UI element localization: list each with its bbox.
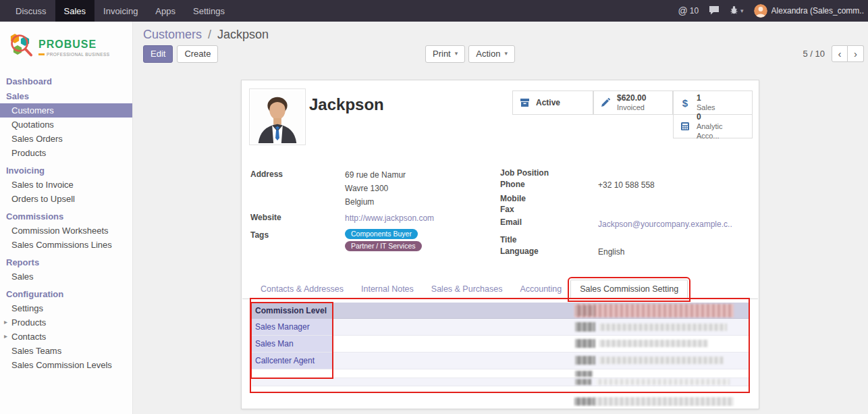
debug-menu-button[interactable]: ▾ bbox=[730, 5, 744, 16]
sidebar-item-label: Products bbox=[11, 317, 46, 328]
tab-sales-purchases[interactable]: Sales & Purchases bbox=[423, 280, 512, 299]
logo-title: PROBUSE bbox=[38, 38, 109, 51]
commission-table: Commission Level Sales Manager Sales Man… bbox=[252, 303, 749, 386]
sidebar-item-config-products[interactable]: ▸ Products bbox=[0, 315, 132, 330]
user-name: Alexandra (Sales_comm.. bbox=[771, 6, 864, 16]
menu-sales[interactable]: Sales bbox=[55, 0, 95, 22]
app-logo[interactable]: PROBUSE PROFESSIONAL BUSINESS bbox=[0, 22, 132, 71]
print-button[interactable]: Print ▾ bbox=[425, 45, 465, 63]
pager-prev-button[interactable]: ‹ bbox=[832, 45, 848, 62]
topbar: Discuss Sales Invoicing Apps Settings @ … bbox=[0, 0, 868, 22]
sidebar-heading-configuration[interactable]: Configuration bbox=[0, 286, 132, 301]
sidebar-item-sales-to-invoice[interactable]: Sales to Invoice bbox=[0, 178, 132, 192]
sidebar-heading-sales[interactable]: Sales bbox=[0, 88, 132, 103]
breadcrumb: Customers / Jackpson bbox=[143, 28, 269, 42]
sidebar-heading-commissions[interactable]: Commissions bbox=[0, 209, 132, 224]
commission-level-cell: Sales Man bbox=[252, 336, 333, 352]
tag-badge-partner-it-services: Partner / IT Services bbox=[345, 241, 422, 251]
record-avatar bbox=[249, 88, 306, 145]
messages-button[interactable] bbox=[709, 5, 720, 17]
address-line-3: Belgium bbox=[345, 197, 374, 207]
action-label: Action bbox=[476, 49, 500, 59]
probuse-logo-icon bbox=[7, 32, 35, 63]
tab-sales-commission-setting[interactable]: Sales Commission Setting bbox=[570, 280, 688, 299]
stat-value: 1 bbox=[697, 93, 715, 103]
print-label: Print bbox=[433, 49, 451, 59]
notebook-tabs: Contacts & Addresses Internal Notes Sale… bbox=[242, 279, 758, 299]
edit-button[interactable]: Edit bbox=[143, 45, 173, 63]
sidebar-item-sales-commissions-lines[interactable]: Sales Commissions Lines bbox=[0, 238, 132, 252]
stat-label: Sales bbox=[697, 103, 715, 113]
menu-invoicing[interactable]: Invoicing bbox=[94, 0, 146, 22]
stat-value: Active bbox=[536, 98, 560, 108]
caret-down-icon: ▾ bbox=[504, 50, 508, 57]
tab-internal-notes[interactable]: Internal Notes bbox=[352, 280, 423, 299]
logo-tick bbox=[38, 53, 45, 55]
action-button[interactable]: Action ▾ bbox=[468, 45, 515, 63]
sidebar-item-products[interactable]: Products bbox=[0, 146, 132, 160]
tag-badge-components-buyer: Components Buyer bbox=[345, 229, 418, 239]
create-button[interactable]: Create bbox=[177, 45, 218, 63]
field-label-title: Title bbox=[500, 235, 516, 244]
sidebar-item-sales-orders[interactable]: Sales Orders bbox=[0, 132, 132, 146]
menu-apps[interactable]: Apps bbox=[146, 0, 184, 22]
breadcrumb-current: Jackpson bbox=[217, 28, 269, 41]
redacted-region bbox=[599, 324, 727, 331]
column-header-commission-level: Commission Level bbox=[252, 303, 333, 318]
bug-icon bbox=[730, 5, 738, 16]
sidebar-item-settings[interactable]: Settings bbox=[0, 301, 132, 315]
pager-next-button[interactable]: › bbox=[848, 45, 864, 62]
menu-discuss[interactable]: Discuss bbox=[7, 0, 55, 22]
stat-value: $620.00 bbox=[617, 93, 646, 103]
user-avatar bbox=[754, 4, 767, 18]
menu-settings[interactable]: Settings bbox=[184, 0, 234, 22]
archive-icon bbox=[518, 98, 531, 107]
redacted-region bbox=[596, 379, 730, 385]
sidebar-item-config-contacts[interactable]: ▸ Contacts bbox=[0, 330, 132, 344]
mention-count: 10 bbox=[690, 6, 699, 16]
user-menu[interactable]: Alexandra (Sales_comm.. bbox=[754, 4, 864, 18]
stat-value: 0 bbox=[697, 112, 747, 122]
sidebar-item-reports-sales[interactable]: Sales bbox=[0, 269, 132, 284]
caret-down-icon: ▾ bbox=[740, 7, 744, 14]
email-link[interactable]: Jackpson@yourcompany.example.c.. bbox=[598, 219, 732, 229]
field-label-mobile: Mobile bbox=[500, 194, 526, 203]
ledger-icon bbox=[679, 122, 691, 131]
sidebar-item-orders-to-upsell[interactable]: Orders to Upsell bbox=[0, 192, 132, 206]
sidebar-heading-reports[interactable]: Reports bbox=[0, 255, 132, 269]
breadcrumb-customers[interactable]: Customers bbox=[143, 28, 202, 41]
page-title: Jackpson bbox=[309, 95, 384, 114]
stat-button-analytic-accounts[interactable]: 0 Analytic Acco... bbox=[673, 114, 753, 138]
tab-contacts-addresses[interactable]: Contacts & Addresses bbox=[252, 280, 352, 299]
sidebar-item-commission-worksheets[interactable]: Commission Worksheets bbox=[0, 224, 132, 238]
field-label-fax: Fax bbox=[500, 205, 514, 214]
redacted-region bbox=[575, 339, 595, 348]
stat-label: Invoiced bbox=[617, 103, 646, 113]
sidebar-item-customers[interactable]: Customers bbox=[0, 103, 132, 118]
sidebar-item-label: Contacts bbox=[11, 332, 46, 342]
sidebar-item-sales-commission-levels[interactable]: Sales Commission Levels bbox=[0, 358, 132, 372]
sidebar-item-quotations[interactable]: Quotations bbox=[0, 118, 132, 132]
mentions-button[interactable]: @ 10 bbox=[678, 5, 699, 16]
tab-accounting[interactable]: Accounting bbox=[511, 280, 570, 299]
field-label-phone: Phone bbox=[500, 180, 525, 189]
stat-button-sales[interactable]: $ 1 Sales bbox=[673, 90, 753, 115]
stat-button-active[interactable]: Active bbox=[512, 90, 593, 115]
redacted-region bbox=[574, 397, 734, 406]
chevron-right-icon: ▸ bbox=[4, 332, 7, 340]
topbar-systray: @ 10 ▾ bbox=[678, 0, 868, 22]
chat-icon bbox=[709, 5, 720, 17]
screen: Discuss Sales Invoicing Apps Settings @ … bbox=[0, 0, 868, 414]
app-menu: Discuss Sales Invoicing Apps Settings bbox=[0, 0, 234, 22]
stat-button-invoiced[interactable]: $620.00 Invoiced bbox=[593, 90, 673, 115]
sidebar-nav: Dashboard Sales Customers Quotations Sal… bbox=[0, 74, 132, 372]
sidebar-heading-dashboard[interactable]: Dashboard bbox=[0, 74, 132, 88]
breadcrumb-separator: / bbox=[208, 28, 211, 41]
redacted-region bbox=[575, 371, 593, 377]
pager-counter: 5 / 10 bbox=[803, 49, 825, 59]
website-link[interactable]: http://www.jackpson.com bbox=[345, 213, 434, 223]
sidebar: PROBUSE PROFESSIONAL BUSINESS Dashboard … bbox=[0, 22, 133, 414]
sidebar-item-sales-teams[interactable]: Sales Teams bbox=[0, 344, 132, 358]
sidebar-heading-invoicing[interactable]: Invoicing bbox=[0, 163, 132, 178]
pencil-icon bbox=[599, 98, 612, 107]
